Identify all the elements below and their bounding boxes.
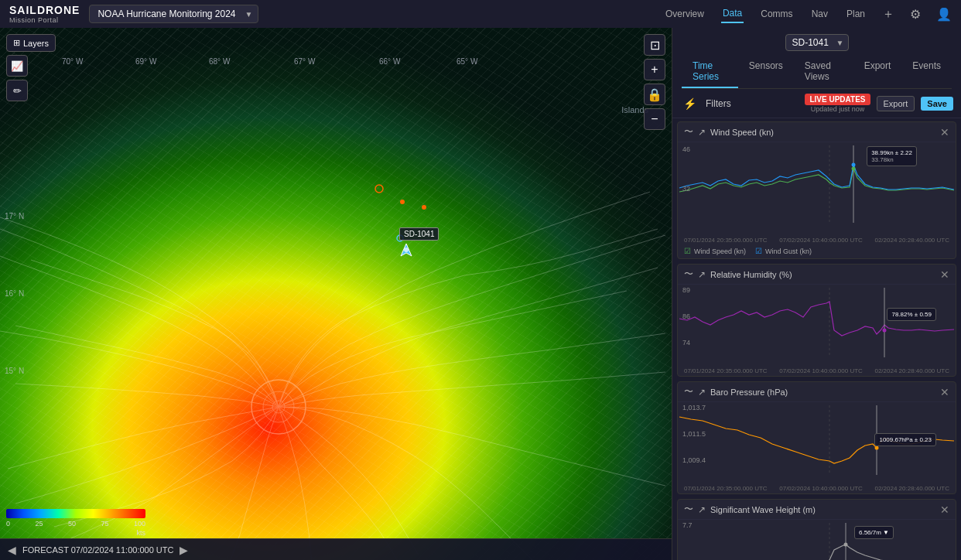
tab-sensors[interactable]: Sensors bbox=[738, 56, 794, 88]
pressure-timestamps: 07/01/2024 20:35:00.000 UTC 07/02/2024 1… bbox=[678, 483, 956, 493]
scale-25: 25 bbox=[35, 520, 43, 528]
tab-saved-views[interactable]: Saved Views bbox=[794, 56, 853, 88]
wave-height-chart-body: 7.7 4.7 -4.8 6.56/7m ▼ bbox=[678, 520, 956, 560]
updated-text: Updated just now bbox=[811, 105, 865, 113]
pressure-chart-line-icon: 〜 bbox=[684, 385, 693, 398]
edit-tool-button[interactable]: ✏ bbox=[6, 80, 28, 101]
scale-bar bbox=[6, 509, 145, 518]
nav-right: Overview Data Comms Nav Plan ＋ ⚙ 👤 bbox=[664, 5, 952, 23]
map-right-toolbar: ⊡ + 🔒 − bbox=[644, 34, 665, 130]
nav-item-plan[interactable]: Plan bbox=[845, 5, 867, 22]
wind-speed-chart-card: 〜 ↗ Wind Speed (kn) ✕ 46 32 bbox=[677, 121, 956, 259]
nav-item-nav[interactable]: Nav bbox=[810, 5, 829, 22]
user-icon[interactable]: 👤 bbox=[936, 7, 952, 22]
pressure-ts-start: 07/01/2024 20:35:00.000 UTC bbox=[684, 485, 768, 492]
plus-icon[interactable]: ＋ bbox=[882, 6, 894, 22]
legend-wind-speed-label: Wind Speed (kn) bbox=[694, 248, 746, 255]
wind-speed-close-button[interactable]: ✕ bbox=[940, 127, 949, 138]
tab-events[interactable]: Events bbox=[901, 56, 952, 88]
chart-line-icon: 〜 bbox=[684, 125, 693, 138]
charts-area: 〜 ↗ Wind Speed (kn) ✕ 46 32 bbox=[672, 118, 961, 560]
zoom-in-button[interactable]: + bbox=[644, 59, 665, 80]
nav-item-data[interactable]: Data bbox=[721, 5, 744, 23]
pressure-ts-mid: 07/02/2024 10:40:00.000 UTC bbox=[779, 485, 863, 492]
toggle-panel-button[interactable]: ⊡ bbox=[644, 34, 665, 56]
pressure-tooltip: 1009.67hPa ± 0.23 bbox=[874, 433, 936, 446]
export-button[interactable]: Export bbox=[877, 96, 915, 111]
wind-speed-checkbox[interactable]: ☑ bbox=[684, 247, 691, 255]
logo-text: SAILDRONE bbox=[9, 4, 80, 16]
layers-label: Layers bbox=[23, 39, 49, 48]
forecast-label: FORECAST 07/02/2024 11:00:000 UTC bbox=[22, 545, 173, 555]
pressure-y-min: 1,009.4 bbox=[682, 456, 706, 464]
chart-icon: 📈 bbox=[11, 60, 23, 72]
wave-y-max: 7.7 bbox=[682, 521, 693, 529]
pressure-title: Baro Pressure (hPa) bbox=[710, 388, 788, 397]
wind-timestamps: 07/01/2024 20:35:00.000 UTC 07/02/2024 1… bbox=[678, 235, 956, 245]
pressure-y-max: 1,013.7 bbox=[682, 404, 706, 411]
right-panel: SD-1041 ▼ Time Series Sensors Saved View… bbox=[672, 28, 961, 560]
wave-expand-icon[interactable]: ↗ bbox=[698, 504, 706, 515]
wave-chart-line-icon: 〜 bbox=[684, 503, 693, 516]
sd-dropdown-wrapper[interactable]: SD-1041 ▼ bbox=[785, 34, 849, 51]
pressure-expand-icon[interactable]: ↗ bbox=[698, 387, 706, 398]
humidity-title-area: 〜 ↗ Relative Humidity (%) bbox=[684, 268, 792, 281]
wind-tooltip: 38.99kn ± 2.22 33.78kn bbox=[867, 146, 917, 166]
humidity-y-min: 74 bbox=[682, 339, 690, 347]
svg-point-2 bbox=[272, 401, 285, 413]
pressure-chart-body: 1,013.7 1,011.5 1,009.4 1009.67hPa ± 0.2… bbox=[678, 402, 956, 483]
mission-dropdown-wrapper[interactable]: NOAA Hurricane Monitoring 2024 ▼ bbox=[89, 5, 258, 23]
scale-unit: kts bbox=[6, 529, 145, 537]
tab-time-series[interactable]: Time Series bbox=[682, 56, 738, 88]
main-layout: 70° W 69° W 68° W 67° W 66° W 65° W 17° … bbox=[0, 28, 961, 560]
gear-icon[interactable]: ⚙ bbox=[910, 7, 921, 22]
mission-dropdown[interactable]: NOAA Hurricane Monitoring 2024 bbox=[89, 5, 258, 23]
humidity-svg bbox=[678, 288, 956, 357]
wave-height-close-button[interactable]: ✕ bbox=[940, 504, 949, 515]
layers-button[interactable]: ⊞ Layers bbox=[6, 34, 56, 52]
lock-button[interactable]: 🔒 bbox=[644, 84, 665, 105]
scale-100: 100 bbox=[134, 520, 145, 528]
panel-header: SD-1041 ▼ Time Series Sensors Saved View… bbox=[672, 28, 961, 89]
wind-ts-mid: 07/02/2024 10:40:00.000 UTC bbox=[779, 237, 863, 244]
humidity-tooltip: 78.82% ± 0.59 bbox=[887, 308, 936, 321]
forecast-next-button[interactable]: ▶ bbox=[180, 544, 188, 556]
drone-marker[interactable]: SD-1041 bbox=[399, 227, 439, 262]
svg-point-11 bbox=[852, 167, 856, 171]
humidity-ts-start: 07/01/2024 20:35:00.000 UTC bbox=[684, 367, 768, 374]
color-scale: 0 25 50 75 100 kts bbox=[6, 509, 145, 537]
sd-selector[interactable]: SD-1041 bbox=[785, 34, 849, 51]
nav-item-comms[interactable]: Comms bbox=[759, 5, 794, 22]
nav-left: SAILDRONE Mission Portal NOAA Hurricane … bbox=[9, 4, 258, 24]
humidity-expand-icon[interactable]: ↗ bbox=[698, 269, 706, 280]
chart-tool-button[interactable]: 📈 bbox=[6, 55, 28, 77]
pressure-close-button[interactable]: ✕ bbox=[940, 387, 949, 398]
pressure-chart-header: 〜 ↗ Baro Pressure (hPa) ✕ bbox=[678, 382, 956, 402]
logo-area: SAILDRONE Mission Portal bbox=[9, 4, 80, 24]
wind-y-max: 46 bbox=[682, 145, 690, 153]
wind-y-mid: 32 bbox=[682, 185, 690, 193]
humidity-close-button[interactable]: ✕ bbox=[940, 269, 949, 280]
wind-speed-chart-header: 〜 ↗ Wind Speed (kn) ✕ bbox=[678, 122, 956, 142]
svg-point-12 bbox=[852, 163, 856, 167]
forecast-prev-button[interactable]: ◀ bbox=[8, 544, 16, 556]
nav-item-overview[interactable]: Overview bbox=[664, 5, 706, 22]
wind-gust-checkbox[interactable]: ☑ bbox=[755, 247, 762, 255]
wave-tooltip: 6.56/7m ▼ bbox=[854, 526, 894, 539]
humidity-chart-card: 〜 ↗ Relative Humidity (%) ✕ 89 86 74 bbox=[677, 264, 956, 377]
svg-point-18 bbox=[875, 446, 879, 450]
zoom-out-button[interactable]: − bbox=[644, 108, 665, 130]
humidity-timestamps: 07/01/2024 20:35:00.000 UTC 07/02/2024 1… bbox=[678, 366, 956, 376]
wind-speed-chart-body: 46 32 bbox=[678, 142, 956, 235]
wave-height-title: Significant Wave Height (m) bbox=[710, 505, 816, 514]
legend-wind-gust-label: Wind Gust (kn) bbox=[765, 248, 812, 255]
save-button[interactable]: Save bbox=[921, 97, 953, 111]
filters-button[interactable]: Filters bbox=[706, 98, 731, 109]
hurricane-visualization bbox=[0, 28, 672, 560]
chart-expand-icon[interactable]: ↗ bbox=[698, 127, 706, 138]
humidity-y-mid: 86 bbox=[682, 312, 690, 320]
tab-export[interactable]: Export bbox=[853, 56, 902, 88]
pencil-icon: ✏ bbox=[13, 85, 22, 97]
filter-icon-button[interactable]: ⚡ bbox=[680, 96, 699, 111]
wave-height-chart-header: 〜 ↗ Significant Wave Height (m) ✕ bbox=[678, 500, 956, 520]
